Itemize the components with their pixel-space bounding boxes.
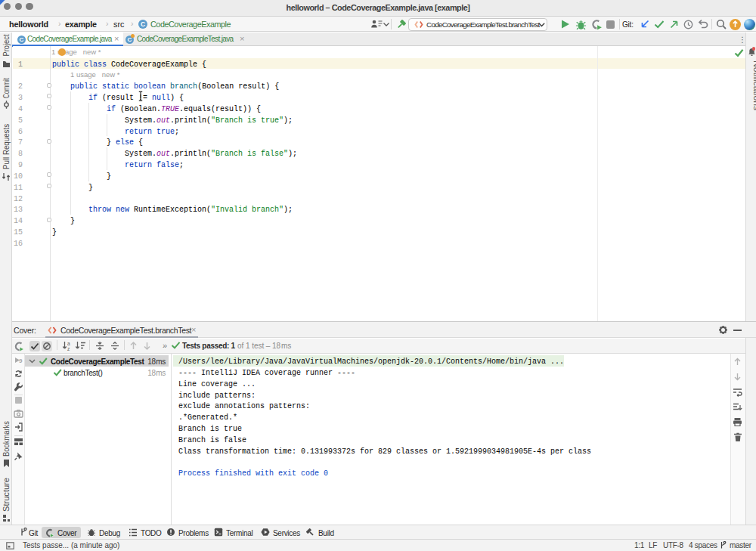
svg-text:Structure: Structure — [2, 478, 11, 512]
svg-text:Bookmarks: Bookmarks — [2, 421, 11, 457]
svg-text:9: 9 — [19, 358, 23, 364]
svg-text:z: z — [67, 346, 70, 351]
svg-text:Notifications: Notifications — [752, 60, 756, 110]
